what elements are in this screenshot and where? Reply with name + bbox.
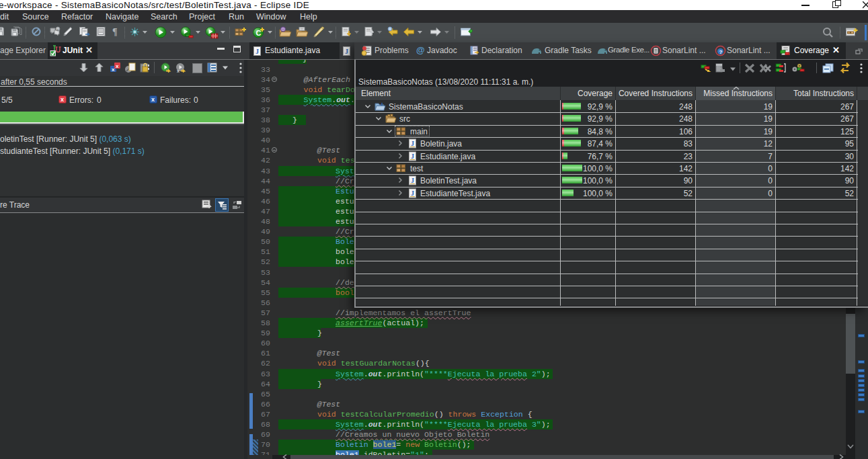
svg-text:J: J xyxy=(411,190,414,197)
svg-text:J: J xyxy=(411,177,414,184)
svg-text:J: J xyxy=(255,48,259,55)
svg-text:c: c xyxy=(57,28,59,32)
svg-text:x: x xyxy=(151,96,155,103)
svg-text:J: J xyxy=(411,140,414,147)
svg-text:J: J xyxy=(345,48,348,55)
svg-text:x: x xyxy=(61,96,64,103)
svg-text:x: x xyxy=(177,69,180,73)
svg-text:x: x xyxy=(116,63,119,69)
svg-text:¶: ¶ xyxy=(112,27,118,37)
svg-text:J: J xyxy=(381,101,383,107)
svg-text:?: ? xyxy=(719,49,723,55)
svg-text:J: J xyxy=(411,153,414,160)
